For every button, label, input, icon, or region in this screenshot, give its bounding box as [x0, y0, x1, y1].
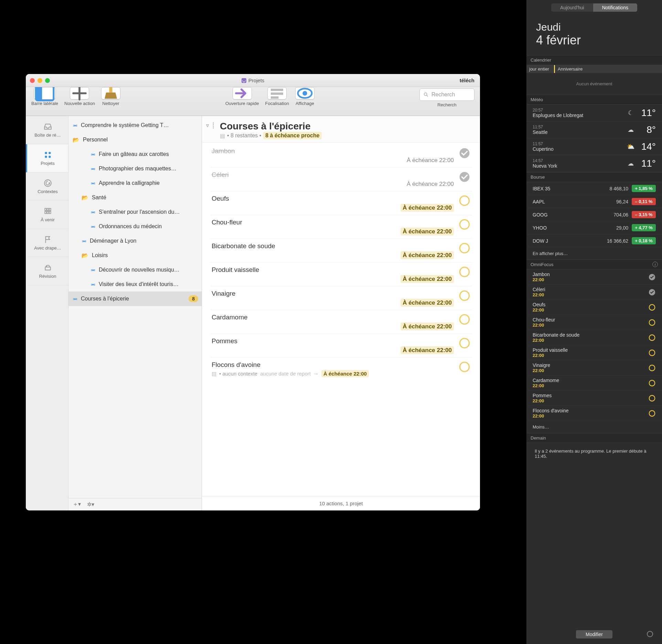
widget-checkbox[interactable] [648, 273, 656, 281]
task-checkbox[interactable] [459, 290, 470, 302]
outline-row[interactable]: ⫘Ordonnances du médecin [68, 219, 202, 234]
minimize-button[interactable] [38, 78, 42, 83]
task-row[interactable]: OeufsÀ échéance 22:00 [210, 191, 472, 215]
stock-row[interactable]: GOOG704,06– 3,15 % [526, 208, 662, 221]
stocks-more[interactable]: En afficher plus… [526, 247, 662, 260]
outline-row[interactable]: ⫘Déménager à Lyon [68, 234, 202, 248]
widget-task-row[interactable]: Bicarbonate de soude22:00 [526, 330, 662, 345]
outline-row[interactable]: ⫘Comprendre le système Getting T… [68, 118, 202, 133]
toolbar-sidebar[interactable]: Barre latérale [31, 87, 58, 106]
stock-row[interactable]: DOW J16 366,62+ 0,18 % [526, 234, 662, 247]
toolbar-quick-open[interactable]: Ouverture rapide [225, 87, 259, 106]
task-checkbox[interactable] [459, 361, 470, 373]
add-menu[interactable]: ＋▾ [73, 501, 81, 508]
task-row[interactable]: Chou-fleurÀ échéance 22:00 [210, 215, 472, 239]
task-row[interactable]: Bicarbonate de soudeÀ échéance 22:00 [210, 239, 472, 263]
perspective-review[interactable]: Révision [26, 257, 68, 285]
nc-section-stocks[interactable]: Bourse [526, 172, 662, 182]
outline-row[interactable]: ⫘Photographier des maquettes… [68, 161, 202, 176]
titlebar[interactable]: Projets téléch [26, 74, 480, 87]
toolbar-new-action[interactable]: Nouvelle action [64, 87, 95, 106]
nc-section-omnifocus[interactable]: OmniFocus i [526, 260, 662, 270]
gear-icon[interactable] [647, 631, 653, 637]
widget-checkbox[interactable] [648, 379, 656, 387]
outline-row[interactable]: 📂Loisirs [68, 248, 202, 263]
zoom-button[interactable] [45, 78, 50, 83]
note-icon[interactable]: ▤ [220, 133, 225, 139]
stock-row[interactable]: AAPL96,24– 0,11 % [526, 195, 662, 208]
widget-task-row[interactable]: Chou-fleur22:00 [526, 315, 662, 330]
task-checkbox[interactable] [459, 242, 470, 254]
widget-task-row[interactable]: Flocons d'avoine22:00 [526, 406, 662, 421]
action-menu[interactable]: ✲▾ [87, 501, 94, 508]
nc-section-calendar[interactable]: Calendrier [526, 55, 662, 65]
task-row[interactable]: VinaigreÀ échéance 22:00 [210, 286, 472, 310]
widget-task-row[interactable]: Vinaigre22:00 [526, 360, 662, 376]
task-row[interactable]: Produit vaisselleÀ échéance 22:00 [210, 263, 472, 286]
tab-today[interactable]: Aujourd'hui [551, 3, 593, 12]
task-checkbox[interactable] [459, 171, 470, 183]
search-input[interactable]: Recherch [419, 88, 474, 101]
task-checkbox[interactable] [459, 147, 470, 159]
task-row[interactable]: PommesÀ échéance 22:00 [210, 334, 472, 358]
task-checkbox[interactable] [459, 337, 470, 349]
nc-section-tomorrow[interactable]: Demain [526, 433, 662, 443]
widget-task-row[interactable]: Jambon22:00 [526, 270, 662, 285]
toolbar-view[interactable]: Affichage [295, 87, 314, 106]
weather-row[interactable]: 14:57Nueva York☁11° [526, 155, 662, 172]
perspective-flagged[interactable]: Avec drape… [26, 229, 68, 257]
close-button[interactable] [30, 78, 35, 83]
task-checkbox[interactable] [459, 195, 470, 207]
outline-row[interactable]: ⫘Visiter des lieux d'intérêt touris… [68, 277, 202, 292]
widget-checkbox[interactable] [648, 349, 656, 357]
weather-row[interactable]: 11:57Cupertino⛅14° [526, 138, 662, 155]
task-checkbox[interactable] [459, 219, 470, 230]
tab-notifications[interactable]: Notifications [593, 3, 637, 12]
note-icon[interactable]: ▤ [212, 371, 216, 377]
stock-row[interactable]: YHOO29,00+ 4,77 % [526, 221, 662, 234]
widget-checkbox[interactable] [648, 334, 656, 341]
widget-checkbox[interactable] [648, 319, 656, 326]
nc-edit-button[interactable]: Modifier [576, 630, 612, 638]
widget-task-row[interactable]: Oeufs22:00 [526, 300, 662, 315]
perspective-projects[interactable]: Projets [26, 144, 68, 172]
outline-row[interactable]: ⫘Découvrir de nouvelles musiqu… [68, 263, 202, 277]
nc-section-weather[interactable]: Météo [526, 95, 662, 105]
outline-row[interactable]: ⫘S'entraîner pour l'ascension du… [68, 205, 202, 219]
widget-checkbox[interactable] [648, 410, 656, 417]
widget-checkbox[interactable] [648, 304, 656, 311]
task-checkbox[interactable] [459, 314, 470, 325]
widget-task-row[interactable]: Céleri22:00 [526, 285, 662, 300]
toolbar-cleanup[interactable]: Nettoyer [101, 87, 120, 106]
calendar-event[interactable]: Anniversaire [554, 65, 662, 73]
outline-row[interactable]: 📂Personnel [68, 133, 202, 147]
task-row[interactable]: Flocons d'avoine▤ • aucun contexte aucun… [210, 358, 472, 381]
nc-tabs[interactable]: Aujourd'hui Notifications [551, 3, 637, 12]
calendar-event-row[interactable]: jour entier Anniversaire [526, 65, 662, 73]
omnifocus-less[interactable]: Moins… [526, 421, 662, 433]
toolbar-focus[interactable]: Focalisation [265, 87, 289, 106]
stock-row[interactable]: IBEX 358 468,10+ 1,85 % [526, 182, 662, 195]
perspective-inbox[interactable]: Boîte de ré… [26, 116, 68, 144]
disclosure-icon[interactable]: ▿ [206, 122, 209, 129]
task-row[interactable]: JambonÀ échéance 22:00 [210, 144, 472, 168]
widget-task-row[interactable]: Cardamome22:00 [526, 376, 662, 391]
outline-row[interactable]: 📂Santé [68, 190, 202, 205]
widget-checkbox[interactable] [648, 394, 656, 402]
info-icon[interactable]: i [652, 262, 658, 267]
task-row[interactable]: CardamomeÀ échéance 22:00 [210, 310, 472, 334]
widget-task-row[interactable]: Produit vaisselle22:00 [526, 345, 662, 360]
project-title[interactable]: Courses à l'épicerie [220, 121, 473, 132]
widget-checkbox[interactable] [648, 288, 656, 296]
perspective-contexts[interactable]: Contextes [26, 172, 68, 201]
widget-checkbox[interactable] [648, 364, 656, 372]
outline-row[interactable]: ⫘Apprendre la calligraphie [68, 176, 202, 190]
widget-task-row[interactable]: Pommes22:00 [526, 391, 662, 406]
task-checkbox[interactable] [459, 266, 470, 278]
perspective-forecast[interactable]: À venir [26, 201, 68, 229]
outline-row[interactable]: ⫘Faire un gâteau aux carottes [68, 147, 202, 161]
weather-row[interactable]: 20:57Esplugues de Llobregat☾11° [526, 105, 662, 122]
outline-row[interactable]: ⫘Courses à l'épicerie8 [68, 292, 202, 306]
weather-row[interactable]: 11:57Seattle☁8° [526, 122, 662, 138]
task-row[interactable]: CéleriÀ échéance 22:00 [210, 168, 472, 191]
